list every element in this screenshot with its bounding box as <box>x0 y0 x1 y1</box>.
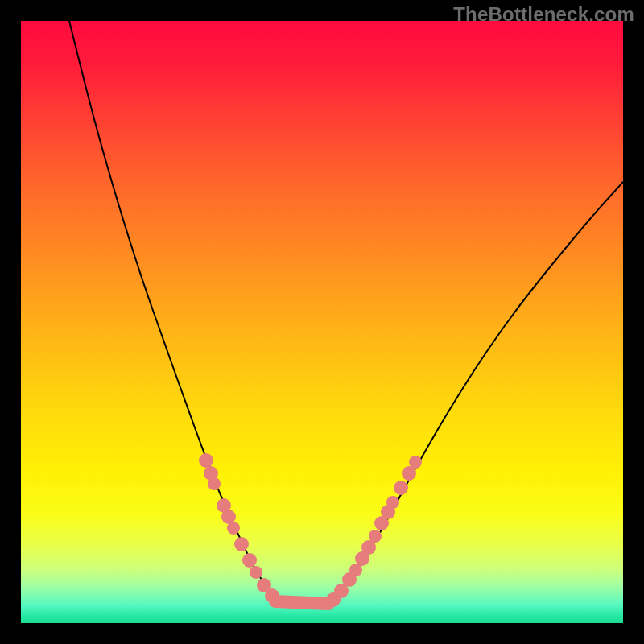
bead-marker <box>394 481 408 495</box>
bead-marker <box>242 553 257 568</box>
bead-marker <box>386 496 399 509</box>
plot-svg <box>21 21 623 623</box>
bead-marker <box>227 522 240 535</box>
bead-marker <box>208 477 221 490</box>
v-curve <box>69 21 623 608</box>
beads-right-group <box>326 456 422 607</box>
beads-left-group <box>199 453 279 603</box>
bead-marker <box>199 453 213 468</box>
bead-marker <box>234 537 249 551</box>
bead-marker <box>250 566 262 579</box>
curve-bottom-highlight <box>275 601 328 604</box>
bead-marker <box>369 530 382 543</box>
bead-marker <box>265 588 279 603</box>
bead-marker <box>409 456 422 469</box>
